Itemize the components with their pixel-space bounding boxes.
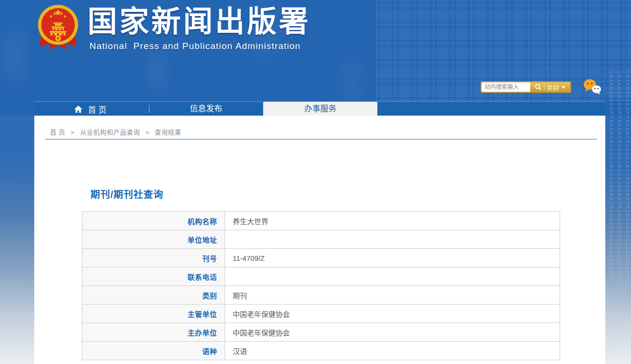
row-label: 主管单位 xyxy=(82,305,225,323)
journal-info-table: 机构名称 养生大世界 单位地址 刊号 11-4709/Z 联系电话 类别 期刊 … xyxy=(82,211,560,360)
search-category-button[interactable]: 类别 xyxy=(530,82,570,92)
table-row: 联系电话 xyxy=(82,267,560,286)
search-divider xyxy=(544,84,544,90)
row-label: 语种 xyxy=(82,342,225,360)
breadcrumb-current: 查询结果 xyxy=(155,129,181,136)
copyright-pattern-decoration: 10100101COPYRIGHT010101011010COPYRIGHT01… xyxy=(604,70,630,280)
site-search: 类别 xyxy=(481,81,571,93)
home-icon xyxy=(74,105,83,113)
row-value xyxy=(225,267,560,286)
table-row: 语种 汉语 xyxy=(82,342,560,360)
wechat-icon[interactable] xyxy=(582,78,602,96)
row-value xyxy=(225,230,560,249)
table-row: 单位地址 xyxy=(82,230,560,249)
chevron-down-icon[interactable] xyxy=(562,86,565,89)
category-label[interactable]: 类别 xyxy=(547,83,559,92)
breadcrumb-divider xyxy=(45,139,597,139)
content-panel: 首 页 > 从业机构和产品查询 > 查询结果 期刊/期刊社查询 机构名称 养生大… xyxy=(34,116,605,364)
table-row: 主管单位 中国老年保健协会 xyxy=(82,305,560,323)
copyright-pattern-column: 10100101COPYRIGHT010101011010COPYRIGHT01… xyxy=(624,70,630,280)
row-label: 单位地址 xyxy=(82,230,225,249)
row-value: 汉语 xyxy=(225,342,560,360)
site-subtitle: National Press and Publication Administr… xyxy=(89,41,301,51)
table-row: 刊号 11-4709/Z xyxy=(82,249,560,267)
nav-item-label: 首 页 xyxy=(88,103,107,115)
site-banner: 国家新闻出版署 National Press and Publication A… xyxy=(0,0,631,116)
national-emblem-logo xyxy=(35,3,81,53)
search-input[interactable] xyxy=(482,82,530,92)
nav-item-home[interactable]: 首 页 xyxy=(74,102,107,116)
row-label: 联系电话 xyxy=(82,267,225,286)
table-row: 类别 期刊 xyxy=(82,286,560,305)
breadcrumb: 首 页 > 从业机构和产品查询 > 查询结果 xyxy=(50,127,181,137)
row-label: 机构名称 xyxy=(82,212,225,230)
row-value: 11-4709/Z xyxy=(225,249,560,267)
row-label: 类别 xyxy=(82,286,225,305)
site-title: 国家新闻出版署 xyxy=(88,0,311,43)
breadcrumb-query[interactable]: 从业机构和产品查询 xyxy=(80,129,140,136)
copyright-pattern-column: 10100101COPYRIGHT010101011010COPYRIGHT01… xyxy=(608,70,614,280)
nav-item-services-active[interactable]: 办事服务 xyxy=(263,102,377,116)
main-navigation: 首 页 信息发布 办事服务 xyxy=(34,101,605,116)
page-title: 期刊/期刊社查询 xyxy=(90,187,164,201)
breadcrumb-home[interactable]: 首 页 xyxy=(50,129,65,136)
copyright-pattern-column: 10100101COPYRIGHT010101011010COPYRIGHT01… xyxy=(616,70,622,280)
breadcrumb-separator: > xyxy=(71,129,75,136)
row-label: 主办单位 xyxy=(82,323,225,342)
nav-item-information[interactable]: 信息发布 xyxy=(168,102,244,116)
nav-divider xyxy=(149,105,149,113)
row-label: 刊号 xyxy=(82,249,225,267)
row-value: 期刊 xyxy=(225,286,560,305)
search-icon[interactable] xyxy=(535,84,542,90)
breadcrumb-separator: > xyxy=(145,129,149,136)
table-row: 机构名称 养生大世界 xyxy=(82,212,560,230)
row-value: 中国老年保健协会 xyxy=(225,323,560,342)
row-value: 中国老年保健协会 xyxy=(225,305,560,323)
row-value: 养生大世界 xyxy=(225,212,560,230)
table-row: 主办单位 中国老年保健协会 xyxy=(82,323,560,342)
